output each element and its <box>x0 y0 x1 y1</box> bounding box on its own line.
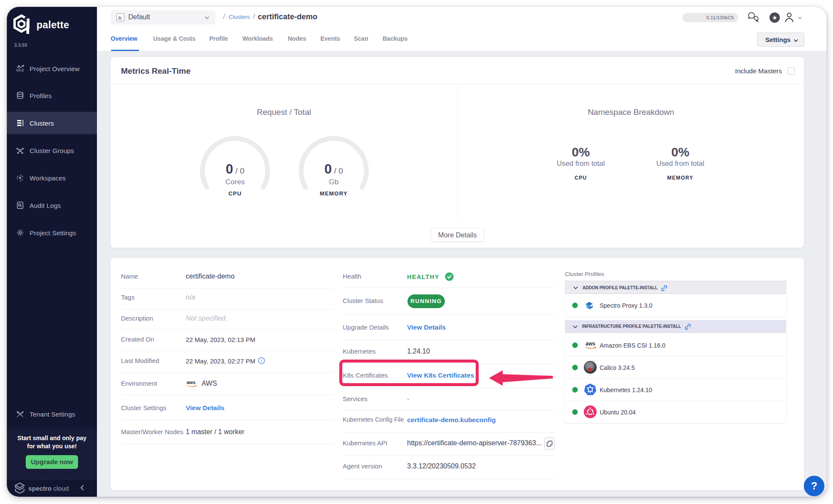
svg-text:aws: aws <box>187 380 196 385</box>
svg-text:aws: aws <box>586 341 595 347</box>
